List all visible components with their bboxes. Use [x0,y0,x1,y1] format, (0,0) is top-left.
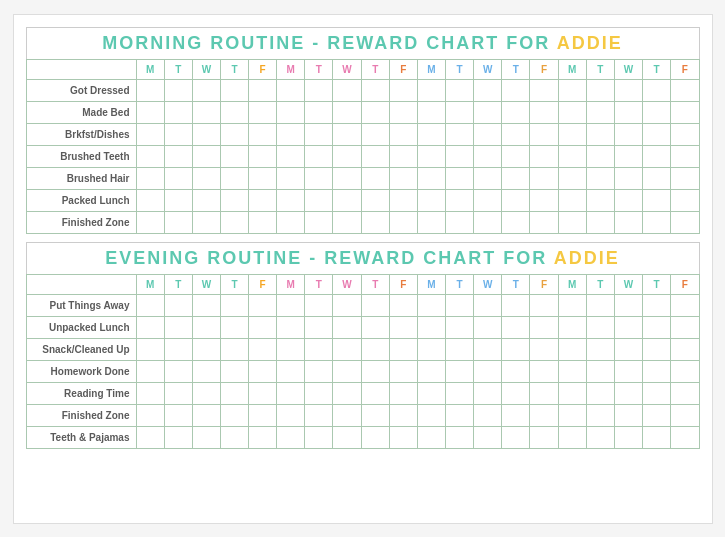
morning-cell[interactable] [502,211,530,233]
evening-cell[interactable] [220,382,248,404]
morning-cell[interactable] [164,189,192,211]
morning-cell[interactable] [192,101,220,123]
morning-cell[interactable] [530,79,558,101]
morning-cell[interactable] [389,167,417,189]
morning-cell[interactable] [277,167,305,189]
morning-cell[interactable] [586,123,614,145]
evening-cell[interactable] [558,316,586,338]
morning-cell[interactable] [474,211,502,233]
morning-cell[interactable] [614,145,642,167]
morning-cell[interactable] [586,211,614,233]
morning-cell[interactable] [558,167,586,189]
morning-cell[interactable] [614,79,642,101]
evening-cell[interactable] [249,360,277,382]
evening-cell[interactable] [164,294,192,316]
evening-cell[interactable] [164,360,192,382]
morning-cell[interactable] [502,189,530,211]
morning-cell[interactable] [614,123,642,145]
evening-cell[interactable] [361,338,389,360]
evening-cell[interactable] [249,316,277,338]
morning-cell[interactable] [333,211,361,233]
morning-cell[interactable] [277,211,305,233]
evening-cell[interactable] [558,294,586,316]
evening-cell[interactable] [502,338,530,360]
evening-cell[interactable] [361,316,389,338]
evening-cell[interactable] [446,338,474,360]
morning-cell[interactable] [220,189,248,211]
evening-cell[interactable] [389,338,417,360]
morning-cell[interactable] [643,79,671,101]
morning-cell[interactable] [446,145,474,167]
morning-cell[interactable] [164,211,192,233]
morning-cell[interactable] [643,211,671,233]
evening-cell[interactable] [586,360,614,382]
morning-cell[interactable] [558,189,586,211]
evening-cell[interactable] [220,404,248,426]
evening-cell[interactable] [305,404,333,426]
morning-cell[interactable] [558,79,586,101]
evening-cell[interactable] [249,404,277,426]
evening-cell[interactable] [502,316,530,338]
morning-cell[interactable] [671,167,699,189]
morning-cell[interactable] [136,79,164,101]
morning-cell[interactable] [361,79,389,101]
evening-cell[interactable] [671,316,699,338]
morning-cell[interactable] [417,167,445,189]
evening-cell[interactable] [277,360,305,382]
evening-cell[interactable] [164,316,192,338]
morning-cell[interactable] [164,79,192,101]
evening-cell[interactable] [192,404,220,426]
morning-cell[interactable] [417,189,445,211]
evening-cell[interactable] [530,294,558,316]
evening-cell[interactable] [192,426,220,448]
morning-cell[interactable] [446,123,474,145]
morning-cell[interactable] [136,123,164,145]
evening-cell[interactable] [164,404,192,426]
morning-cell[interactable] [136,101,164,123]
evening-cell[interactable] [502,360,530,382]
evening-cell[interactable] [558,338,586,360]
morning-cell[interactable] [305,145,333,167]
morning-cell[interactable] [249,167,277,189]
morning-cell[interactable] [136,211,164,233]
evening-cell[interactable] [249,338,277,360]
evening-cell[interactable] [277,404,305,426]
morning-cell[interactable] [305,189,333,211]
evening-cell[interactable] [277,426,305,448]
evening-cell[interactable] [502,426,530,448]
morning-cell[interactable] [474,167,502,189]
evening-cell[interactable] [192,316,220,338]
evening-cell[interactable] [671,338,699,360]
morning-cell[interactable] [389,101,417,123]
evening-cell[interactable] [530,360,558,382]
morning-cell[interactable] [192,167,220,189]
evening-cell[interactable] [192,382,220,404]
morning-cell[interactable] [671,211,699,233]
evening-cell[interactable] [530,426,558,448]
evening-cell[interactable] [643,382,671,404]
morning-cell[interactable] [643,167,671,189]
evening-cell[interactable] [136,316,164,338]
morning-cell[interactable] [220,211,248,233]
evening-cell[interactable] [474,338,502,360]
morning-cell[interactable] [474,189,502,211]
evening-cell[interactable] [277,294,305,316]
evening-cell[interactable] [361,404,389,426]
evening-cell[interactable] [249,382,277,404]
morning-cell[interactable] [361,101,389,123]
evening-cell[interactable] [502,382,530,404]
evening-cell[interactable] [277,338,305,360]
morning-cell[interactable] [361,123,389,145]
morning-cell[interactable] [305,167,333,189]
morning-cell[interactable] [614,167,642,189]
evening-cell[interactable] [305,338,333,360]
morning-cell[interactable] [277,123,305,145]
evening-cell[interactable] [586,294,614,316]
morning-cell[interactable] [389,211,417,233]
evening-cell[interactable] [136,426,164,448]
evening-cell[interactable] [389,404,417,426]
evening-cell[interactable] [558,426,586,448]
evening-cell[interactable] [502,294,530,316]
evening-cell[interactable] [417,404,445,426]
evening-cell[interactable] [530,382,558,404]
